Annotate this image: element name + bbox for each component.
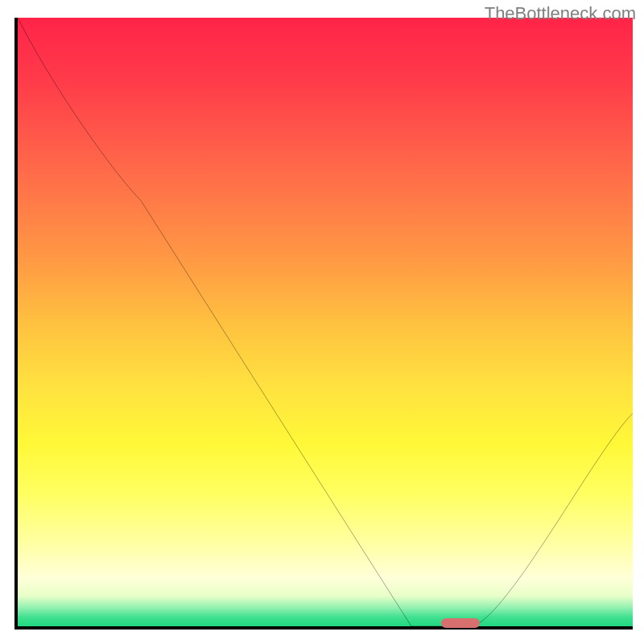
watermark-text: TheBottleneck.com [485, 3, 636, 24]
bottleneck-curve [18, 18, 633, 626]
chart-container: TheBottleneck.com [0, 0, 644, 644]
optimal-marker [441, 618, 480, 628]
plot-area [14, 18, 633, 630]
